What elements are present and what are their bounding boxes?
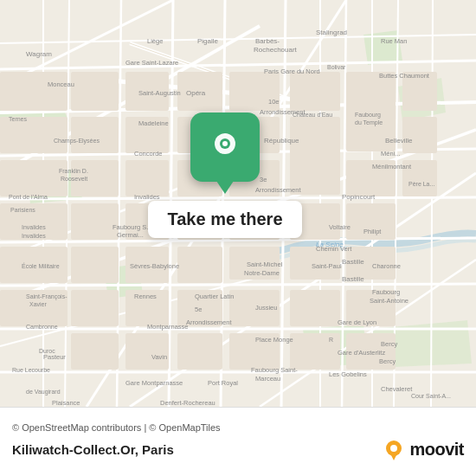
- svg-rect-78: [177, 333, 222, 370]
- svg-text:Popincourt: Popincourt: [342, 193, 376, 201]
- svg-text:Faubourg Saint-: Faubourg Saint-: [251, 366, 298, 374]
- svg-text:Philipt: Philipt: [363, 228, 382, 235]
- svg-marker-178: [390, 453, 397, 460]
- svg-text:Montparnasse: Montparnasse: [147, 323, 189, 331]
- svg-text:Monceau: Monceau: [48, 80, 74, 88]
- svg-text:Xavier: Xavier: [29, 301, 48, 307]
- svg-rect-66: [177, 247, 222, 283]
- svg-text:Les Gobelins: Les Gobelins: [329, 370, 367, 378]
- take-me-there-button[interactable]: Take me there: [148, 201, 301, 238]
- svg-rect-74: [290, 290, 340, 326]
- svg-text:Quartier Latin: Quartier Latin: [195, 293, 234, 300]
- svg-text:Voltaire: Voltaire: [329, 223, 351, 231]
- svg-text:Chevaleret: Chevaleret: [381, 385, 413, 393]
- svg-text:Opéra: Opéra: [186, 89, 206, 97]
- svg-text:Barbès-: Barbès-: [255, 37, 280, 45]
- svg-text:Stalingrad: Stalingrad: [316, 29, 347, 36]
- svg-text:Parisiens: Parisiens: [10, 207, 35, 213]
- map-container: Wagram Monceau Ternes Champs-Elysées Fra…: [0, 0, 476, 407]
- svg-text:de Vaugirard: de Vaugirard: [26, 389, 61, 396]
- svg-text:Marceau: Marceau: [255, 375, 280, 383]
- location-row: Kiliwatch-Collect.Or, Paris moovit: [12, 438, 464, 462]
- svg-text:Champs-Elysées: Champs-Elysées: [54, 138, 100, 145]
- svg-text:Pasteur: Pasteur: [43, 353, 66, 361]
- svg-text:Denfert-Rochereau: Denfert-Rochereau: [160, 399, 215, 407]
- svg-rect-77: [125, 333, 169, 370]
- svg-text:Faubourg: Faubourg: [372, 288, 400, 296]
- svg-text:Cour Saint-A...: Cour Saint-A...: [411, 393, 451, 399]
- svg-text:Bolivar: Bolivar: [327, 64, 346, 70]
- map-attribution: © OpenStreetMap contributors | © OpenMap…: [12, 422, 464, 433]
- svg-text:5e: 5e: [195, 306, 202, 313]
- svg-text:École Militaire: École Militaire: [22, 262, 60, 269]
- svg-text:Saint-Augustin: Saint-Augustin: [138, 89, 181, 97]
- svg-text:Rue Man: Rue Man: [381, 37, 407, 45]
- svg-text:Belleville: Belleville: [385, 137, 413, 145]
- svg-text:Gare Montparnasse: Gare Montparnasse: [125, 379, 183, 387]
- moovit-text: moovit: [409, 440, 464, 460]
- svg-text:Saint-François-: Saint-François-: [26, 293, 68, 300]
- map-callout: Take me there: [134, 113, 316, 238]
- svg-text:Ternes: Ternes: [9, 116, 28, 122]
- svg-text:Charonne: Charonne: [372, 262, 401, 270]
- location-pin-bubble: [190, 113, 260, 182]
- svg-rect-58: [71, 203, 119, 240]
- svg-text:Vavin: Vavin: [151, 353, 167, 361]
- svg-text:Gare Saint-Lazare: Gare Saint-Lazare: [125, 59, 178, 67]
- svg-text:Arrondissement: Arrondissement: [186, 318, 232, 326]
- svg-text:Pigalle: Pigalle: [197, 37, 219, 45]
- svg-text:Roosevelt: Roosevelt: [61, 176, 87, 182]
- svg-text:Saint-Paul: Saint-Paul: [312, 262, 342, 270]
- svg-text:Place Monge: Place Monge: [255, 336, 293, 344]
- svg-text:Sèvres-Babylone: Sèvres-Babylone: [130, 262, 179, 270]
- svg-rect-39: [71, 72, 119, 111]
- svg-text:Port Royal: Port Royal: [208, 379, 238, 387]
- svg-text:Paris Gare du Nord: Paris Gare du Nord: [264, 68, 320, 75]
- svg-text:Ménilmontant: Ménilmontant: [372, 163, 412, 170]
- svg-text:Rue Lecourbe: Rue Lecourbe: [12, 367, 50, 373]
- svg-text:Père La...: Père La...: [408, 181, 434, 187]
- svg-rect-82: [0, 72, 68, 111]
- svg-rect-84: [0, 160, 68, 196]
- svg-rect-55: [402, 117, 437, 153]
- svg-text:Buttes Chaumont: Buttes Chaumont: [379, 72, 430, 80]
- bottom-bar: © OpenStreetMap contributors | © OpenMap…: [0, 407, 476, 476]
- location-pin-icon: [209, 132, 241, 163]
- svg-point-177: [390, 445, 397, 452]
- svg-text:Méni...: Méni...: [381, 150, 401, 158]
- svg-text:La Seine: La Seine: [316, 241, 344, 248]
- svg-text:10e: 10e: [268, 98, 280, 106]
- location-name: Kiliwatch-Collect.Or, Paris: [12, 442, 174, 457]
- svg-text:Bastille: Bastille: [342, 275, 364, 283]
- svg-text:Pont de l'Alma: Pont de l'Alma: [9, 194, 48, 200]
- svg-point-175: [222, 141, 228, 146]
- svg-text:Rennes: Rennes: [134, 293, 157, 300]
- svg-line-24: [0, 284, 476, 286]
- moovit-pin-icon: [382, 438, 406, 462]
- svg-text:R: R: [329, 337, 333, 343]
- svg-text:Invalides: Invalides: [22, 224, 46, 230]
- svg-text:du Temple: du Temple: [355, 119, 383, 126]
- svg-text:Saint-Michel: Saint-Michel: [247, 261, 283, 268]
- svg-text:Saint-Antoine: Saint-Antoine: [370, 297, 408, 305]
- svg-text:Cambronne: Cambronne: [26, 324, 58, 330]
- svg-text:Jussieu: Jussieu: [255, 304, 277, 312]
- svg-text:Bastille: Bastille: [342, 258, 364, 266]
- svg-text:Liège: Liège: [147, 37, 163, 45]
- svg-rect-41: [71, 117, 119, 153]
- svg-rect-83: [0, 117, 68, 153]
- svg-text:Bercy: Bercy: [379, 357, 396, 365]
- svg-text:Rochechouart: Rochechouart: [254, 46, 298, 54]
- svg-text:Wagram: Wagram: [26, 50, 52, 58]
- svg-text:Bercy: Bercy: [381, 340, 397, 348]
- svg-text:Invalides: Invalides: [22, 233, 46, 239]
- svg-text:Notre-Dame: Notre-Dame: [244, 269, 280, 277]
- svg-text:Gare d'Austerlitz: Gare d'Austerlitz: [338, 349, 385, 357]
- svg-text:Franklin D.: Franklin D.: [59, 168, 88, 174]
- svg-rect-64: [71, 247, 119, 283]
- svg-rect-70: [71, 290, 119, 326]
- svg-text:Gare de Lyon: Gare de Lyon: [338, 318, 376, 326]
- moovit-logo[interactable]: moovit: [382, 438, 464, 462]
- svg-rect-76: [71, 333, 119, 370]
- svg-text:Plaisance: Plaisance: [52, 399, 80, 407]
